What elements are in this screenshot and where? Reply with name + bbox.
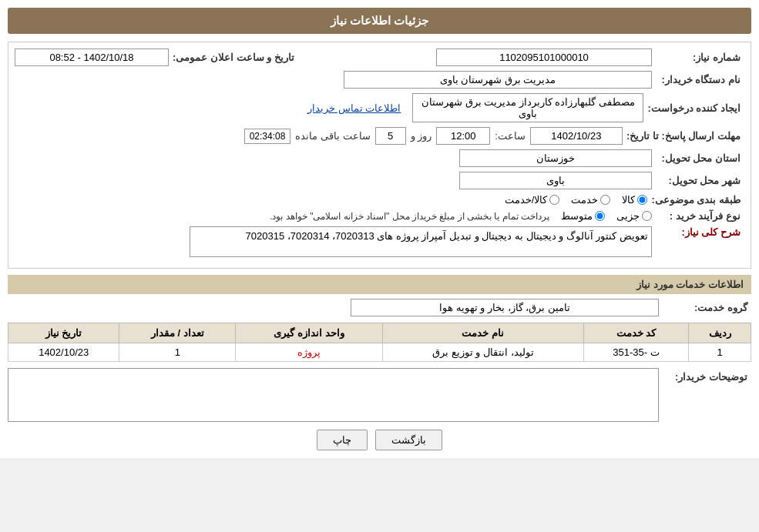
services-section-header: اطلاعات خدمات مورد نیاز	[8, 275, 751, 294]
category-khedmat-radio[interactable]	[600, 195, 610, 205]
contact-link[interactable]: اطلاعات تماس خریدار	[304, 102, 405, 114]
services-section-label: اطلاعات خدمات مورد نیاز	[636, 279, 744, 290]
col-header-row-num: ردیف	[689, 323, 751, 343]
table-cell-row_num: 1	[689, 343, 751, 362]
response-time: 12:00	[436, 127, 490, 145]
category-kala[interactable]: کالا	[622, 194, 647, 206]
service-group-row: گروه خدمت: تامین برق، گاز، بخار و تهویه …	[8, 299, 751, 316]
process-jozi-label: جزیی	[616, 210, 640, 222]
process-jozi-radio[interactable]	[642, 211, 652, 221]
process-mottavasset-radio[interactable]	[595, 211, 605, 221]
table-cell-quantity: 1	[119, 343, 236, 362]
announcement-date-value: 1402/10/18 - 08:52	[15, 49, 169, 66]
process-type-label: نوع فرآیند خرید :	[652, 210, 744, 222]
page-wrapper: جزئیات اطلاعات نیاز شماره نیاز: 11020951…	[0, 0, 759, 458]
city-value: باوی	[459, 172, 652, 189]
response-time-label: ساعت:	[495, 130, 526, 142]
row-response-deadline: مهلت ارسال پاسخ: تا تاریخ: 1402/10/23 سا…	[15, 127, 744, 145]
row-need-description: شرح کلی نیاز: تعویض کنتور آنالوگ و دیجیت…	[15, 226, 744, 257]
services-table: ردیف کد خدمت نام خدمت واحد اندازه گیری ت…	[8, 323, 751, 362]
process-mottavasset-label: متوسط	[561, 210, 593, 222]
page-title: جزئیات اطلاعات نیاز	[331, 14, 428, 27]
table-cell-service_code: ت -35-351	[583, 343, 688, 362]
row-category: طبقه بندی موضوعی: کالا خدمت کالا/خدمت	[15, 194, 744, 206]
process-jozi[interactable]: جزیی	[616, 210, 652, 222]
remaining-time-label: ساعت باقی مانده	[295, 130, 370, 142]
need-description-label: شرح کلی نیاز:	[652, 226, 744, 238]
category-kala-khedmat-label: کالا/خدمت	[505, 194, 548, 206]
buyer-description-label: توضیحات خریدار:	[659, 368, 751, 383]
service-group-label: گروه خدمت:	[659, 302, 751, 313]
remaining-time: 02:34:08	[244, 129, 291, 144]
row-city: شهر محل تحویل: باوی	[15, 172, 744, 189]
table-cell-date: 1402/10/23	[8, 343, 119, 362]
response-date: 1402/10/23	[530, 127, 623, 145]
print-button[interactable]: چاپ	[317, 430, 368, 450]
category-khedmat-label: خدمت	[571, 194, 598, 206]
need-number-value: 1102095101000010	[436, 49, 652, 66]
back-button[interactable]: بازگشت	[375, 430, 442, 450]
section-header: جزئیات اطلاعات نیاز	[8, 8, 751, 34]
response-days: 5	[375, 127, 406, 145]
province-value: خوزستان	[459, 149, 652, 167]
process-radio-group: جزیی متوسط	[561, 210, 652, 222]
service-group-value: تامین برق، گاز، بخار و تهویه هوا	[351, 299, 659, 316]
process-note: پرداخت تمام یا بخشی از مبلغ خریداز محل "…	[270, 211, 549, 222]
row-province: استان محل تحویل: خوزستان	[15, 149, 744, 167]
category-kala-khedmat[interactable]: کالا/خدمت	[505, 194, 560, 206]
table-cell-service_name: تولید، انتقال و توزیع برق	[382, 343, 583, 362]
row-requester: ایجاد کننده درخواست: مصطفی گلبهارزاده کا…	[15, 93, 744, 122]
col-header-quantity: تعداد / مقدار	[119, 323, 236, 343]
table-row: 1ت -35-351تولید، انتقال و توزیع برقپروژه…	[8, 343, 751, 362]
requester-label: ایجاد کننده درخواست:	[643, 102, 744, 114]
category-kala-radio[interactable]	[637, 195, 647, 205]
table-cell-unit: پروژه	[236, 343, 382, 362]
buyer-description-section: توضیحات خریدار:	[8, 368, 751, 422]
requester-value: مصطفی گلبهارزاده کاربرداز مدیریت برق شهر…	[412, 93, 643, 122]
col-header-date: تاریخ نیاز	[8, 323, 119, 343]
category-kala-khedmat-radio[interactable]	[549, 195, 559, 205]
category-radio-group: کالا خدمت کالا/خدمت	[505, 194, 648, 206]
col-header-service-code: کد خدمت	[583, 323, 688, 343]
col-header-service-name: نام خدمت	[382, 323, 583, 343]
buyer-org-label: نام دستگاه خریدار:	[652, 74, 744, 85]
info-section: شماره نیاز: 1102095101000010 تاریخ و ساع…	[8, 42, 751, 269]
buttons-row: بازگشت چاپ	[8, 430, 751, 450]
row-buyer-org: نام دستگاه خریدار: مدیریت برق شهرستان با…	[15, 71, 744, 89]
response-days-label: روز و	[411, 130, 432, 142]
buyer-org-value: مدیریت برق شهرستان باوی	[344, 71, 652, 89]
category-kala-label: کالا	[622, 194, 635, 206]
announcement-date-label: تاریخ و ساعت اعلان عمومی:	[169, 52, 298, 63]
category-label: طبقه بندی موضوعی:	[647, 194, 744, 206]
category-khedmat[interactable]: خدمت	[571, 194, 610, 206]
need-number-label: شماره نیاز:	[652, 52, 744, 63]
response-deadline-label: مهلت ارسال پاسخ: تا تاریخ:	[623, 130, 744, 142]
row-process-type: نوع فرآیند خرید : جزیی متوسط پرداخت تمام…	[15, 210, 744, 222]
need-description-value: تعویض کنتور آنالوگ و دیجیتال به دیجیتال …	[190, 226, 652, 257]
col-header-unit: واحد اندازه گیری	[236, 323, 382, 343]
table-header-row: ردیف کد خدمت نام خدمت واحد اندازه گیری ت…	[8, 323, 751, 343]
city-label: شهر محل تحویل:	[652, 175, 744, 186]
province-label: استان محل تحویل:	[652, 152, 744, 164]
buyer-description-textarea[interactable]	[8, 368, 659, 422]
process-mottavasset[interactable]: متوسط	[561, 210, 605, 222]
row-need-number: شماره نیاز: 1102095101000010 تاریخ و ساع…	[15, 49, 744, 66]
